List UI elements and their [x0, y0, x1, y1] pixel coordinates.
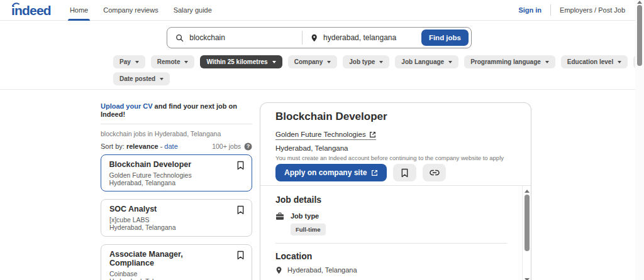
- briefcase-icon: [275, 212, 284, 220]
- job-detail-body: Job details Job type Full-time Location …: [260, 186, 531, 280]
- top-navigation-bar: indeed Home Company reviews Salary guide…: [0, 0, 644, 21]
- filter-job-type[interactable]: Job type: [343, 55, 389, 68]
- location-input[interactable]: [323, 33, 413, 42]
- save-job-button[interactable]: [236, 205, 245, 217]
- nav-item-company-reviews[interactable]: Company reviews: [103, 0, 158, 21]
- filter-date-posted[interactable]: Date posted: [113, 72, 170, 85]
- job-card-location: Hyderabad, Telangana: [109, 179, 244, 186]
- job-card-associate-manager-compliance[interactable]: Associate Manager, Compliance Coinbase H…: [101, 244, 252, 280]
- filters-row-2: Date posted: [113, 72, 170, 85]
- nav-item-salary-guide-label: Salary guide: [174, 6, 212, 14]
- filter-job-language[interactable]: Job Language: [395, 55, 458, 68]
- bookmark-icon: [236, 250, 245, 260]
- find-jobs-button[interactable]: Find jobs: [421, 30, 469, 46]
- nav-divider: [550, 4, 551, 16]
- chevron-down-icon: [448, 61, 452, 63]
- filter-education-level[interactable]: Education level: [561, 55, 628, 68]
- chevron-down-icon: [618, 61, 621, 63]
- filter-distance-label: Within 25 kilometres: [206, 58, 267, 65]
- save-job-button[interactable]: [236, 161, 245, 172]
- job-card-company: Golden Future Technologies: [109, 171, 244, 179]
- copy-link-button[interactable]: [423, 164, 446, 181]
- job-card-title: Associate Manager, Compliance: [109, 250, 243, 267]
- external-link-icon: [371, 170, 378, 176]
- filter-company-label: Company: [294, 58, 323, 65]
- apply-button-label: Apply on company site: [284, 168, 367, 177]
- filter-programming-language-label: Programming language: [470, 58, 541, 65]
- job-card-soc-analyst[interactable]: SOC Analyst [x]cube LABS Hyderabad, Tela…: [101, 199, 252, 237]
- job-detail-header: Blockchain Developer Golden Future Techn…: [260, 103, 531, 181]
- sort-row: Sort by: relevance - date 100+ jobs ?: [101, 143, 252, 151]
- job-card-location: Hyderabad, Telangana: [109, 223, 243, 231]
- sort-relevance-link[interactable]: relevance: [126, 143, 158, 151]
- location-pin-icon: [275, 266, 282, 274]
- nav-item-home[interactable]: Home: [70, 0, 88, 21]
- results-divider: [101, 124, 252, 124]
- filter-job-type-label: Job type: [349, 58, 375, 65]
- search-context-line: blockchain jobs in Hyderabad, Telangana: [101, 130, 252, 138]
- keyword-input[interactable]: [189, 33, 293, 42]
- location-pin-icon: [311, 33, 318, 43]
- sort-by-label: Sort by:: [101, 143, 125, 151]
- section-divider: [275, 243, 507, 244]
- chevron-down-icon: [184, 61, 188, 63]
- save-job-button[interactable]: [393, 164, 416, 181]
- location-heading: Location: [275, 251, 507, 261]
- filter-pay-label: Pay: [119, 58, 131, 65]
- nav-item-salary-guide[interactable]: Salary guide: [174, 0, 212, 21]
- indeed-logo[interactable]: indeed: [11, 0, 51, 21]
- sort-date-link[interactable]: date: [164, 143, 177, 151]
- panel-scrollbar[interactable]: [522, 186, 531, 280]
- search-icon: [175, 33, 184, 43]
- external-link-icon: [369, 131, 376, 138]
- help-icon[interactable]: ?: [244, 143, 252, 151]
- bookmark-icon: [236, 161, 245, 170]
- company-link[interactable]: Golden Future Technologies: [275, 130, 376, 140]
- employers-post-job-link[interactable]: Employers / Post Job: [560, 6, 625, 14]
- sign-in-link[interactable]: Sign in: [518, 6, 541, 14]
- chevron-down-icon: [379, 61, 383, 63]
- scroll-up-icon[interactable]: [525, 190, 530, 193]
- location-segment: [303, 33, 421, 43]
- filter-pay[interactable]: Pay: [113, 55, 145, 68]
- filters-row-1: Pay Remote Within 25 kilometres Company …: [113, 55, 644, 68]
- nav-item-home-label: Home: [70, 6, 88, 14]
- filter-job-language-label: Job Language: [401, 58, 444, 65]
- filter-remote-label: Remote: [157, 58, 180, 65]
- filter-distance[interactable]: Within 25 kilometres: [200, 55, 282, 68]
- job-detail-location: Hyderabad, Telangana: [275, 144, 516, 153]
- indeed-job-search-page: indeed Home Company reviews Salary guide…: [0, 0, 644, 280]
- filter-remote[interactable]: Remote: [151, 55, 195, 68]
- save-job-button[interactable]: [236, 250, 245, 262]
- indeed-logo-flag-icon: [12, 2, 19, 6]
- account-notice: You must create an Indeed account before…: [275, 154, 516, 161]
- upload-cv-link[interactable]: Upload your CV: [101, 102, 153, 110]
- job-card-title: Blockchain Developer: [109, 160, 244, 169]
- browser-scrollbar[interactable]: [635, 0, 644, 280]
- jobs-count: 100+ jobs: [212, 143, 241, 151]
- browser-scrollbar-thumb[interactable]: [637, 5, 642, 66]
- location-value: Hyderabad, Telangana: [287, 266, 357, 274]
- job-card-title: SOC Analyst: [109, 205, 243, 213]
- chevron-down-icon: [545, 61, 549, 63]
- location-row: Hyderabad, Telangana: [275, 266, 507, 274]
- job-type-block: Job type Full-time: [291, 212, 326, 235]
- job-card-blockchain-developer[interactable]: Blockchain Developer Golden Future Techn…: [101, 154, 252, 191]
- top-nav-right: Sign in Employers / Post Job: [518, 4, 625, 16]
- filter-programming-language[interactable]: Programming language: [464, 55, 555, 68]
- scroll-up-icon[interactable]: [637, 1, 642, 4]
- job-card-location: Hyderabad, Telangana: [109, 277, 243, 280]
- filter-education-level-label: Education level: [567, 58, 613, 65]
- job-search-bar: Find jobs: [167, 27, 472, 48]
- job-type-value-pill: Full-time: [291, 223, 326, 235]
- sort-separator: -: [160, 143, 163, 151]
- chevron-down-icon: [135, 61, 139, 63]
- bookmark-icon: [236, 205, 245, 215]
- primary-nav: Home Company reviews Salary guide: [70, 0, 212, 21]
- link-icon: [430, 170, 440, 176]
- job-card-list: Blockchain Developer Golden Future Techn…: [101, 154, 252, 280]
- panel-scrollbar-thumb[interactable]: [525, 195, 530, 251]
- apply-on-company-site-button[interactable]: Apply on company site: [275, 164, 387, 181]
- job-card-company: [x]cube LABS: [109, 216, 243, 223]
- filter-company[interactable]: Company: [288, 55, 338, 68]
